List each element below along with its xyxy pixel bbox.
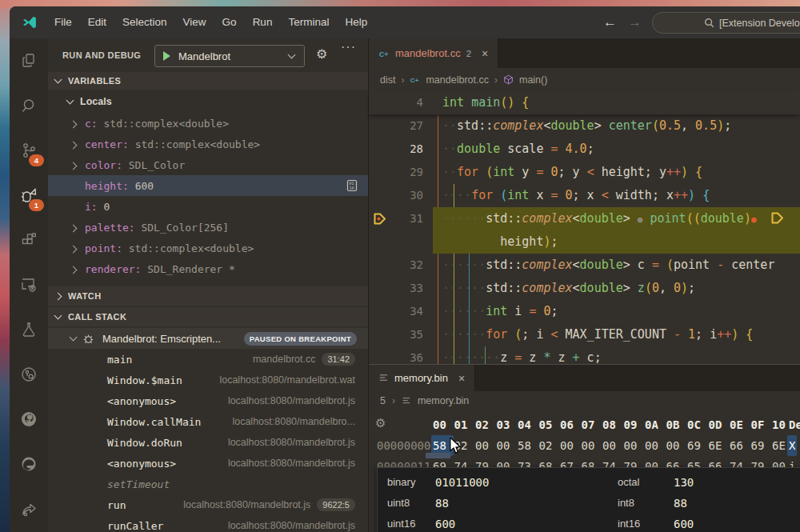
code-line-36[interactable]: 36········z = z * z + c; [369, 346, 800, 364]
menu-go[interactable]: Go [214, 6, 245, 38]
code-line-27[interactable]: 27··std::complex<double> center(0.5, 0.5… [369, 114, 800, 138]
code-line-30[interactable]: 30····for (int x = 0; x < width; x++) { [369, 184, 800, 207]
chevron-right-icon[interactable] [70, 222, 76, 234]
hex-byte[interactable]: 00 [645, 435, 664, 456]
source-control-view-button[interactable]: 4 [10, 131, 48, 170]
variable-row-height[interactable]: height: 6000110 [48, 175, 368, 196]
tab-memory-bin[interactable]: memory.bin × [369, 365, 475, 391]
watch-section-header[interactable]: WATCH [48, 286, 368, 306]
stack-frame-runCaller[interactable]: runCallerlocalhost:8080/mandelbrot.js [48, 515, 368, 532]
current-breakpoint-arrow-icon[interactable] [374, 213, 386, 225]
breadcrumb-file[interactable]: mandelbrot.cc [426, 74, 489, 86]
hex-scrollbar-thumb[interactable] [426, 453, 450, 458]
breadcrumb-folder[interactable]: dist [380, 74, 395, 86]
breadcrumb-file[interactable]: memory.bin [418, 395, 469, 406]
menu-terminal[interactable]: Terminal [280, 6, 337, 38]
code-line-34[interactable]: 34······int i = 0; [369, 300, 800, 323]
hex-byte[interactable]: 02 [539, 435, 558, 456]
debug-settings-gear-icon[interactable]: ⚙ [316, 46, 327, 62]
close-icon[interactable]: × [482, 47, 488, 60]
variables-section-header[interactable]: VARIABLES [48, 72, 368, 90]
callstack-section-header[interactable]: CALL STACK [48, 307, 368, 326]
more-actions-icon[interactable]: ··· [341, 40, 356, 54]
chevron-right-icon[interactable] [70, 242, 76, 254]
code-line-32[interactable]: 32······std::complex<double> c = (point … [369, 254, 800, 277]
stack-frame-run[interactable]: runlocalhost:8080/mandelbrot.js9622:5 [48, 494, 368, 515]
view-binary-icon[interactable]: 0110 [346, 179, 358, 192]
hex-byte[interactable]: 00 [602, 435, 622, 456]
variable-row-point[interactable]: point: std::complex<double> [48, 238, 368, 258]
forward-arrow-icon[interactable]: → [628, 14, 642, 30]
hex-byte[interactable]: 00 [666, 435, 686, 456]
variable-row-color[interactable]: color: SDL_Color [48, 154, 368, 175]
code-line-28[interactable]: 28··double scale = 4.0; [369, 138, 800, 161]
code-editor[interactable]: 27··std::complex<double> center(0.5, 0.5… [369, 114, 800, 364]
hex-byte[interactable]: 6E [709, 435, 728, 456]
stack-frame-main[interactable]: mainmandelbrot.cc31:42 [48, 349, 368, 370]
breadcrumb-folder[interactable]: 5 [380, 395, 386, 406]
start-debug-icon[interactable] [163, 51, 170, 61]
command-center-search[interactable]: [Extension Develop [652, 12, 800, 34]
stack-frame-WindowcallMain[interactable]: Window.callMainlocalhost:8080/mandelbro.… [48, 411, 368, 432]
variable-name-value: palette: SDL_Color[256] [85, 222, 229, 234]
code-line-35[interactable]: 35······for (; i < MAX_ITER_COUNT - 1; i… [369, 323, 800, 346]
variable-row-renderer[interactable]: renderer: SDL_Renderer * [48, 258, 368, 279]
code-text: ······for (; i < MAX_ITER_COUNT - 1; i++… [442, 323, 753, 346]
code-line-31[interactable]: 31······std::complex<double> ● point((do… [369, 207, 800, 230]
share-view-button[interactable] [10, 490, 48, 528]
hex-byte[interactable]: 00 [497, 435, 516, 456]
search-view-button[interactable] [10, 86, 48, 125]
decoded-text[interactable]: X [787, 435, 797, 456]
tab-mandelbrot-cc[interactable]: C+ mandelbrot.cc 2 × [369, 38, 498, 68]
launch-config-dropdown[interactable]: Mandelbrot [154, 45, 305, 67]
code-line-29[interactable]: 29··for (int y = 0; y < height; y++) { [369, 161, 800, 184]
code-line-33[interactable]: 33······std::complex<double> z(0, 0); [369, 277, 800, 300]
scope-locals[interactable]: Locals [48, 91, 368, 112]
menu-run[interactable]: Run [245, 6, 281, 38]
hex-byte[interactable]: 58 [518, 435, 537, 456]
stack-frame-anonymous[interactable]: <anonymous>localhost:8080/mandelbrot.js [48, 390, 368, 411]
chevron-right-icon[interactable] [70, 118, 76, 130]
line-number: 30 [369, 184, 423, 207]
hex-byte[interactable]: 66 [730, 435, 749, 456]
debug-session-row[interactable]: Mandelbrot: Emscripten... PAUSED ON BREA… [48, 328, 368, 349]
edge-devtools-view-button[interactable] [10, 445, 48, 483]
svg-text:10: 10 [350, 186, 354, 190]
hex-byte[interactable]: 69 [687, 435, 706, 456]
files-view-button[interactable] [10, 42, 48, 80]
stack-frame-anonymous[interactable]: <anonymous>localhost:8080/mandelbrot.js [48, 453, 368, 474]
chevron-right-icon[interactable] [70, 138, 76, 150]
variable-row-center[interactable]: center: std::complex<double> [48, 134, 368, 154]
hex-byte[interactable]: 00 [624, 435, 643, 456]
hex-byte[interactable]: 00 [582, 435, 601, 456]
stack-frame-setTimeout[interactable]: setTimeout [48, 474, 368, 494]
hex-byte[interactable]: 00 [475, 435, 494, 456]
chevron-right-icon[interactable] [70, 159, 76, 171]
variable-row-palette[interactable]: palette: SDL_Color[256] [48, 217, 368, 238]
menu-view[interactable]: View [175, 6, 214, 38]
variable-row-i[interactable]: i: 0 [48, 196, 368, 217]
github-view-button[interactable] [10, 400, 48, 438]
stack-frame-WindowdoRun[interactable]: Window.doRunlocalhost:8080/mandelbrot.js [48, 432, 368, 453]
edge-devtools-icon [20, 455, 38, 473]
hex-col-header: 0B [666, 414, 686, 435]
sticky-scroll-line[interactable]: 4int main() { [369, 91, 800, 115]
chevron-right-icon[interactable] [70, 263, 76, 275]
close-icon[interactable]: × [458, 372, 465, 385]
hex-byte[interactable]: 00 [560, 435, 579, 456]
menu-file[interactable]: File [46, 6, 80, 38]
hex-byte[interactable]: 69 [751, 435, 770, 456]
code-line-wrap[interactable]: height); [369, 230, 800, 254]
debug-view-button[interactable]: 1 [10, 176, 48, 214]
gitlens-view-button[interactable] [10, 355, 48, 394]
remote-explorer-view-button[interactable] [10, 266, 48, 304]
menu-help[interactable]: Help [337, 6, 375, 38]
testing-view-button[interactable] [10, 310, 48, 349]
extensions-view-button[interactable] [10, 221, 48, 259]
stack-frame-Windowmain[interactable]: Window.$mainlocalhost:8080/mandelbrot.wa… [48, 370, 368, 390]
variable-row-c[interactable]: c: std::complex<double> [48, 113, 368, 134]
menu-selection[interactable]: Selection [114, 6, 175, 38]
menu-edit[interactable]: Edit [80, 6, 114, 38]
back-arrow-icon[interactable]: ← [603, 14, 617, 30]
breadcrumb-symbol[interactable]: main() [519, 74, 547, 86]
